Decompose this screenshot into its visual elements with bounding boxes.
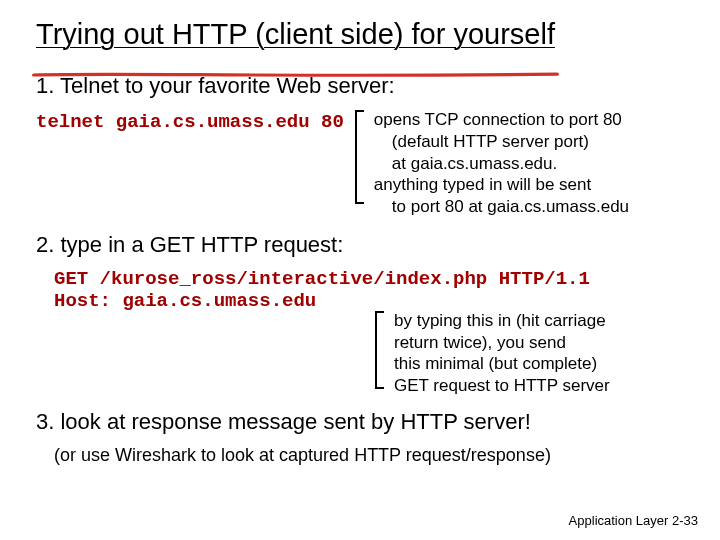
step-1-note-line: anything typed in will be sent xyxy=(374,175,591,194)
bracket-icon xyxy=(350,109,368,205)
step-1-note-line: to port 80 at gaia.cs.umass.edu xyxy=(392,196,684,218)
step-1-note-line: opens TCP connection to port 80 xyxy=(374,110,622,129)
step-1-row: telnet gaia.cs.umass.edu 80 opens TCP co… xyxy=(36,109,684,218)
step-2-note: by typing this in (hit carriage return t… xyxy=(394,310,684,397)
footer-page: 2-33 xyxy=(672,513,698,528)
slide-title: Trying out HTTP (client side) for yourse… xyxy=(36,18,555,51)
step-2-label: 2. type in a GET HTTP request: xyxy=(36,232,684,258)
bracket-icon xyxy=(370,310,388,390)
step-1-note-line: (default HTTP server port) xyxy=(392,131,684,153)
step-1-note-line: at gaia.cs.umass.edu. xyxy=(392,153,684,175)
step-2-code: GET /kurose_ross/interactive/index.php H… xyxy=(54,268,684,312)
step-3-label: 3. look at response message sent by HTTP… xyxy=(36,409,684,435)
footer-section: Application Layer xyxy=(569,513,669,528)
step-2-row: by typing this in (hit carriage return t… xyxy=(54,310,684,397)
step-2-code-line: Host: gaia.cs.umass.edu xyxy=(54,290,684,312)
step-1-command: telnet gaia.cs.umass.edu 80 xyxy=(36,109,344,133)
slide-footer: Application Layer 2-33 xyxy=(569,513,698,528)
step-3-sub: (or use Wireshark to look at captured HT… xyxy=(54,445,684,466)
step-2-note-line: by typing this in (hit carriage xyxy=(394,311,606,330)
step-2-note-line: return twice), you send xyxy=(394,333,566,352)
step-2-note-line: GET request to HTTP server xyxy=(394,376,610,395)
slide-trying-http: Trying out HTTP (client side) for yourse… xyxy=(0,0,720,540)
step-2-note-line: this minimal (but complete) xyxy=(394,354,597,373)
title-wrap: Trying out HTTP (client side) for yourse… xyxy=(36,18,555,73)
step-2-code-line: GET /kurose_ross/interactive/index.php H… xyxy=(54,268,684,290)
title-highlight-underline xyxy=(32,71,559,79)
step-1-note: opens TCP connection to port 80 (default… xyxy=(374,109,684,218)
